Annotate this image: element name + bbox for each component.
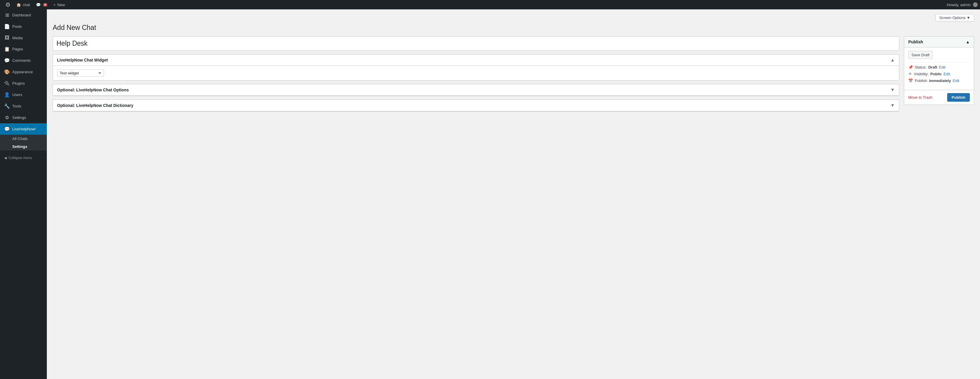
status-label: Status: (915, 65, 926, 69)
chat-dictionary-title: Optional: LiveHelpNow Chat Dictionary (57, 103, 134, 108)
submenu-settings[interactable]: Settings (0, 143, 47, 151)
sidebar-item-label: Pages (12, 47, 23, 51)
submenu-all-chats[interactable]: All Chats (0, 135, 47, 143)
sidebar-item-pages[interactable]: 📋 Pages (0, 43, 47, 55)
publish-time-meta: 📅 Publish immediately Edit (908, 78, 970, 83)
sidebar-item-label: Media (12, 36, 22, 40)
users-icon: 👤 (4, 92, 10, 97)
status-value: Draft (928, 65, 937, 69)
save-draft-button[interactable]: Save Draft (908, 51, 932, 59)
settings-submenu-label: Settings (12, 144, 27, 149)
publish-box-body: Save Draft 📌 Status: Draft Edit 👁 Visibi… (904, 48, 974, 89)
widget-select[interactable]: Test widget (57, 69, 104, 77)
comments-button[interactable]: 💬 0 (33, 0, 51, 10)
chat-widget-title: LiveHelpNow Chat Widget (57, 58, 108, 62)
avatar (973, 2, 978, 7)
dictionary-collapse-icon: ▼ (890, 103, 895, 108)
settings-icon: ⚙ (4, 115, 10, 120)
site-name-label: chat (23, 3, 30, 7)
status-edit-link[interactable]: Edit (939, 65, 945, 69)
comment-count: 0 (43, 3, 48, 6)
publish-time-value: immediately (929, 78, 951, 83)
publish-button[interactable]: Publish (947, 93, 970, 102)
visibility-icon: 👁 (908, 72, 912, 76)
plus-icon: + (53, 3, 56, 7)
sidebar-item-label: Comments (12, 58, 31, 63)
collapse-icon: ◀ (4, 156, 7, 160)
pages-icon: 📋 (4, 46, 10, 52)
sidebar-item-label: Appearance (12, 70, 33, 74)
sidebar-item-label: Users (12, 92, 22, 97)
comments-nav-icon: 💬 (4, 58, 10, 63)
publish-top-actions: Save Draft (908, 51, 970, 59)
post-title-input[interactable] (52, 36, 899, 51)
visibility-label: Visibility: (914, 72, 929, 76)
sidebar-item-label: Plugins (12, 81, 25, 86)
chat-dictionary-metabox-header[interactable]: Optional: LiveHelpNow Chat Dictionary ▼ (53, 100, 899, 111)
publish-box-title: Publish (908, 40, 923, 44)
calendar-icon: 📅 (908, 78, 913, 83)
sidebar-item-dashboard[interactable]: ⊞ Dashboard (0, 10, 47, 21)
publish-time-label: Publish (915, 78, 928, 83)
chat-options-title: Optional: LiveHelpNow Chat Options (57, 88, 129, 92)
sidebar-item-label: Tools (12, 104, 21, 108)
sidebar-item-posts[interactable]: 📄 Posts (0, 21, 47, 32)
sidebar-item-appearance[interactable]: 🎨 Appearance (0, 66, 47, 78)
howdy-text: Howdy, admin (947, 3, 970, 7)
publish-box: Publish ▲ Save Draft 📌 Status: Draft Edi… (904, 36, 974, 105)
options-collapse-icon: ▼ (890, 87, 895, 92)
sidebar-item-plugins[interactable]: 🔌 Plugins (0, 78, 47, 89)
chat-widget-metabox-header[interactable]: LiveHelpNow Chat Widget ▲ (53, 54, 899, 66)
sidebar-item-label: LiveHelpNow! (12, 127, 36, 131)
collapse-menu-button[interactable]: ◀ Collapse menu (0, 153, 47, 163)
site-name-button[interactable]: 🏠 chat (13, 0, 33, 10)
collapse-label: Collapse menu (8, 156, 32, 160)
page-title: Add New Chat (52, 24, 974, 32)
chat-options-metabox: Optional: LiveHelpNow Chat Options ▼ (52, 84, 899, 96)
post-main-area: LiveHelpNow Chat Widget ▲ Test widget Op… (52, 36, 899, 115)
visibility-edit-link[interactable]: Edit (943, 72, 950, 76)
screen-options-button[interactable]: Screen Options ▼ (935, 14, 974, 21)
sidebar-item-tools[interactable]: 🔧 Tools (0, 100, 47, 112)
livehelpnow-icon: 💬 (4, 126, 10, 132)
appearance-icon: 🎨 (4, 69, 10, 75)
move-to-trash-link[interactable]: Move to Trash (908, 95, 932, 100)
visibility-value: Public (930, 72, 942, 76)
sidebar-item-settings[interactable]: ⚙ Settings (0, 112, 47, 123)
plugins-icon: 🔌 (4, 81, 10, 86)
media-icon: 🖼 (4, 35, 10, 40)
sidebar-item-livehelpnow[interactable]: 💬 LiveHelpNow! (0, 123, 47, 135)
chat-widget-metabox: LiveHelpNow Chat Widget ▲ Test widget (52, 54, 899, 81)
publish-box-header[interactable]: Publish ▲ (904, 37, 974, 48)
home-icon: 🏠 (16, 3, 21, 7)
sidebar-item-users[interactable]: 👤 Users (0, 89, 47, 100)
screen-options-bar: Screen Options ▼ (52, 14, 974, 21)
metabox-collapse-icon: ▲ (890, 57, 895, 63)
chat-dictionary-metabox: Optional: LiveHelpNow Chat Dictionary ▼ (52, 100, 899, 111)
sidebar-item-label: Settings (12, 115, 26, 120)
publish-box-collapse-icon: ▲ (966, 40, 970, 44)
sidebar-item-label: Posts (12, 24, 22, 29)
status-icon: 📌 (908, 65, 913, 69)
dashboard-icon: ⊞ (4, 12, 10, 18)
new-label: New (57, 3, 65, 7)
main-content: Screen Options ▼ Add New Chat LiveHelpNo… (47, 10, 980, 379)
wp-logo-button[interactable]: ⚙ (2, 0, 13, 10)
status-meta: 📌 Status: Draft Edit (908, 65, 970, 69)
publish-footer: Move to Trash Publish (904, 90, 974, 105)
tools-icon: 🔧 (4, 104, 10, 109)
post-layout: LiveHelpNow Chat Widget ▲ Test widget Op… (52, 36, 974, 115)
sidebar-item-label: Dashboard (12, 13, 31, 17)
sidebar-item-media[interactable]: 🖼 Media (0, 32, 47, 43)
sidebar-item-comments[interactable]: 💬 Comments (0, 55, 47, 66)
admin-bar: ⚙ 🏠 chat 💬 0 + New Howdy, admin (0, 0, 980, 10)
chat-options-metabox-header[interactable]: Optional: LiveHelpNow Chat Options ▼ (53, 84, 899, 96)
publish-sidebar: Publish ▲ Save Draft 📌 Status: Draft Edi… (904, 36, 974, 105)
publish-time-edit-link[interactable]: Edit (953, 78, 959, 83)
posts-icon: 📄 (4, 24, 10, 29)
wp-logo-icon: ⚙ (5, 1, 11, 8)
visibility-meta: 👁 Visibility: Public Edit (908, 72, 970, 76)
comments-icon: 💬 (36, 3, 41, 7)
all-chats-label: All Chats (12, 137, 27, 141)
new-content-button[interactable]: + New (50, 0, 68, 10)
